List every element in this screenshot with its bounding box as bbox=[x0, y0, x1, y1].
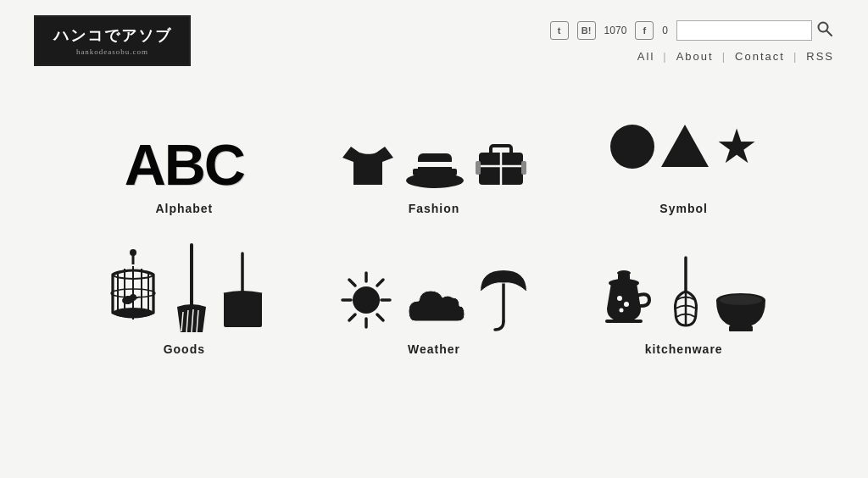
shirt-icon bbox=[338, 134, 398, 193]
category-alphabet[interactable]: ABC Alphabet bbox=[68, 100, 301, 215]
kettle-icon bbox=[594, 258, 662, 334]
svg-line-42 bbox=[377, 280, 383, 286]
whisk-icon bbox=[669, 253, 703, 334]
facebook-icon[interactable]: f bbox=[635, 21, 654, 40]
bag-icon bbox=[472, 136, 530, 193]
hat-icon bbox=[404, 138, 465, 193]
svg-point-26 bbox=[130, 294, 136, 301]
svg-line-1 bbox=[826, 31, 832, 36]
symbol-icons: ★ bbox=[610, 100, 758, 193]
svg-line-43 bbox=[349, 314, 355, 320]
category-grid: ABC Alphabet bbox=[0, 66, 868, 390]
svg-point-51 bbox=[620, 308, 624, 313]
twitter-icon[interactable]: t bbox=[550, 21, 569, 40]
svg-point-35 bbox=[353, 286, 380, 314]
svg-point-50 bbox=[624, 302, 629, 307]
broom-icon bbox=[170, 241, 213, 334]
nav-rss[interactable]: RSS bbox=[806, 50, 834, 63]
nav-separator-3: | bbox=[793, 50, 798, 63]
nav-contact[interactable]: Contact bbox=[735, 50, 785, 63]
svg-rect-5 bbox=[416, 162, 453, 165]
search-icon bbox=[817, 21, 832, 36]
goods-label: Goods bbox=[164, 342, 205, 356]
category-kitchenware[interactable]: kitchenware bbox=[567, 241, 800, 356]
svg-point-55 bbox=[720, 295, 762, 305]
svg-point-24 bbox=[113, 308, 153, 318]
search-button[interactable] bbox=[815, 19, 834, 42]
goods-icons bbox=[103, 241, 266, 334]
symbol-label: Symbol bbox=[659, 202, 708, 215]
weather-label: Weather bbox=[408, 342, 460, 356]
svg-line-40 bbox=[349, 280, 355, 286]
nav-separator-1: | bbox=[663, 50, 667, 63]
site-header: ハンコでアソブ hankodeasobu.com t B! 1070 f 0 A… bbox=[0, 0, 868, 66]
nav-separator-2: | bbox=[722, 50, 726, 63]
category-fashion[interactable]: Fashion bbox=[318, 100, 551, 215]
svg-rect-57 bbox=[729, 327, 753, 331]
dustpan-icon bbox=[220, 249, 266, 334]
svg-rect-11 bbox=[476, 161, 481, 175]
alphabet-icons: ABC bbox=[125, 100, 244, 193]
birdcage-icon bbox=[103, 249, 164, 334]
logo-subtitle: hankodeasobu.com bbox=[51, 47, 174, 56]
svg-rect-4 bbox=[413, 169, 457, 175]
fashion-icons bbox=[338, 100, 530, 193]
svg-rect-34 bbox=[224, 322, 262, 327]
svg-point-47 bbox=[617, 270, 631, 275]
logo-title: ハンコでアソブ bbox=[51, 25, 174, 46]
hatena-count: 1070 bbox=[604, 25, 627, 36]
svg-point-49 bbox=[617, 296, 622, 301]
hatena-icon[interactable]: B! bbox=[577, 21, 596, 40]
facebook-count: 0 bbox=[662, 25, 668, 36]
fashion-label: Fashion bbox=[409, 202, 460, 215]
svg-rect-12 bbox=[521, 161, 526, 175]
weather-icons bbox=[336, 241, 531, 334]
svg-rect-6 bbox=[416, 165, 453, 167]
alphabet-label: Alphabet bbox=[155, 202, 213, 215]
kitchenware-icons bbox=[594, 241, 773, 334]
svg-line-41 bbox=[377, 314, 383, 320]
kitchenware-label: kitchenware bbox=[645, 342, 723, 356]
category-weather[interactable]: Weather bbox=[318, 241, 551, 356]
triangle-icon bbox=[661, 125, 709, 167]
search-wrapper bbox=[676, 19, 834, 42]
circle-icon bbox=[610, 125, 654, 169]
nav-about[interactable]: About bbox=[676, 50, 714, 63]
site-logo[interactable]: ハンコでアソブ hankodeasobu.com bbox=[34, 15, 191, 66]
sun-icon bbox=[336, 266, 397, 334]
umbrella-icon bbox=[476, 258, 531, 334]
header-social-search: t B! 1070 f 0 bbox=[550, 19, 834, 42]
alphabet-text: ABC bbox=[125, 136, 244, 193]
svg-point-14 bbox=[130, 249, 136, 256]
bowl-icon bbox=[709, 275, 773, 334]
category-goods[interactable]: Goods bbox=[68, 241, 301, 356]
search-input[interactable] bbox=[676, 20, 812, 41]
nav-all[interactable]: All bbox=[637, 50, 654, 63]
main-nav: All | About | Contact | RSS bbox=[637, 50, 834, 63]
cloud-icon bbox=[403, 279, 470, 334]
header-right: t B! 1070 f 0 All | About | Contact | bbox=[550, 19, 834, 63]
category-symbol[interactable]: ★ Symbol bbox=[567, 100, 800, 215]
star-icon: ★ bbox=[715, 123, 758, 170]
